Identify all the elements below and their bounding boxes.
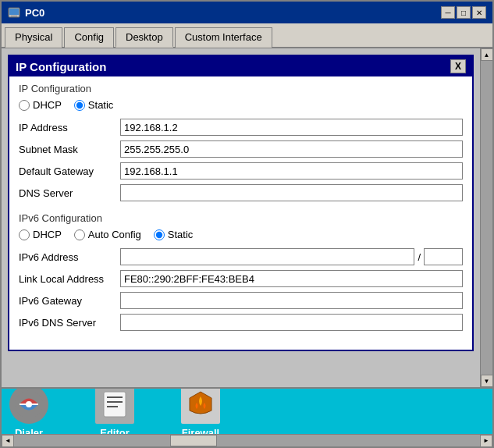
- editor-label: Editor: [100, 424, 130, 435]
- ip-config-box: IP Configuration X IP Configuration DHCP…: [8, 55, 474, 351]
- ipv4-dhcp-label: DHCP: [33, 99, 62, 111]
- subnet-mask-input[interactable]: [120, 140, 463, 158]
- firewall-icon: [181, 387, 220, 424]
- editor-icon: [95, 387, 134, 424]
- ipv6-dns-input[interactable]: [120, 314, 463, 331]
- bottom-item-firewall[interactable]: Firewall: [181, 387, 220, 434]
- firewall-label: Firewall: [182, 424, 219, 435]
- svg-rect-5: [104, 392, 126, 417]
- ip-address-input[interactable]: [120, 119, 463, 136]
- ipv6-gateway-input[interactable]: [120, 292, 463, 309]
- link-local-label: Link Local Address: [19, 273, 120, 285]
- tab-physical[interactable]: Physical: [5, 27, 62, 48]
- dialer-icon: [9, 387, 48, 424]
- ipv6-gateway-row: IPv6 Gateway: [19, 292, 463, 309]
- ipv4-static-label: Static: [88, 99, 114, 111]
- ipv6-static-option[interactable]: Static: [154, 229, 194, 240]
- ip-config-header: IP Configuration X: [9, 56, 472, 76]
- bottom-bar: Dialer Editor Fi: [2, 387, 492, 434]
- default-gateway-label: Default Gateway: [19, 165, 120, 177]
- bottom-item-dialer[interactable]: Dialer: [9, 387, 48, 434]
- maximize-button[interactable]: □: [457, 6, 471, 19]
- ipv6-auto-option[interactable]: Auto Config: [74, 229, 141, 240]
- window: PC0 ─ □ ✕ Physical Config Desktop Custom…: [0, 0, 494, 448]
- content-area: IP Configuration X IP Configuration DHCP…: [2, 48, 492, 387]
- scroll-thumb-horizontal[interactable]: [170, 435, 217, 446]
- bottom-item-editor[interactable]: Editor: [95, 387, 134, 434]
- scroll-up-button[interactable]: ▲: [481, 48, 493, 61]
- svg-rect-6: [107, 396, 123, 398]
- link-local-row: Link Local Address: [19, 270, 463, 287]
- scroll-left-button[interactable]: ◄: [2, 435, 14, 447]
- svg-point-4: [26, 401, 32, 407]
- window-close-button[interactable]: ✕: [472, 6, 486, 19]
- tab-config[interactable]: Config: [64, 27, 114, 48]
- ipv6-address-input-row: /: [120, 248, 463, 265]
- tab-custom-interface[interactable]: Custom Interface: [175, 27, 272, 48]
- svg-rect-8: [107, 406, 118, 407]
- svg-rect-7: [107, 401, 123, 403]
- dialer-label: Dialer: [15, 424, 43, 435]
- ip-address-row: IP Address: [19, 119, 463, 136]
- tab-desktop[interactable]: Desktop: [116, 27, 173, 48]
- horizontal-scrollbar: ◄ ►: [2, 434, 492, 446]
- default-gateway-row: Default Gateway: [19, 162, 463, 180]
- ip-config-body: IP Configuration DHCP Static IP A: [9, 76, 472, 350]
- ipv6-gateway-label: IPv6 Gateway: [19, 295, 120, 307]
- ipv6-auto-label: Auto Config: [88, 229, 141, 240]
- dns-server-label: DNS Server: [19, 187, 120, 199]
- window-icon: [8, 6, 20, 19]
- ipv6-radio-row: DHCP Auto Config Static: [19, 229, 463, 240]
- tab-bar: Physical Config Desktop Custom Interface: [2, 23, 492, 48]
- scroll-track-vertical: [481, 61, 492, 375]
- ip-config-title: IP Configuration: [16, 60, 106, 73]
- dns-server-row: DNS Server: [19, 184, 463, 201]
- ipv6-static-radio[interactable]: [154, 229, 165, 240]
- ipv4-static-radio[interactable]: [74, 100, 85, 111]
- ipv4-dhcp-radio[interactable]: [19, 100, 30, 111]
- main-panel: IP Configuration X IP Configuration DHCP…: [2, 48, 480, 387]
- ipv6-auto-radio[interactable]: [74, 229, 85, 240]
- ipv6-prefix-input[interactable]: [424, 248, 463, 265]
- ipv6-address-label: IPv6 Address: [19, 251, 120, 263]
- ipv6-section-label: IPv6 Configuration: [19, 212, 463, 224]
- ipv6-address-row: IPv6 Address /: [19, 248, 463, 265]
- link-local-input[interactable]: [120, 270, 463, 287]
- ipv4-static-option[interactable]: Static: [74, 99, 114, 111]
- window-title: PC0: [25, 7, 44, 19]
- scroll-down-button[interactable]: ▼: [481, 375, 493, 387]
- ipv6-dhcp-option[interactable]: DHCP: [19, 229, 62, 240]
- ipv4-section-label: IP Configuration: [19, 83, 463, 94]
- ipv6-address-input[interactable]: [120, 248, 414, 265]
- ipv4-radio-row: DHCP Static: [19, 99, 463, 111]
- scroll-right-button[interactable]: ►: [480, 435, 492, 447]
- ipv6-dns-label: IPv6 DNS Server: [19, 317, 120, 329]
- dns-server-input[interactable]: [120, 184, 463, 201]
- svg-rect-2: [11, 16, 17, 16]
- ipv4-dhcp-option[interactable]: DHCP: [19, 99, 62, 111]
- svg-rect-1: [9, 9, 19, 15]
- ipv6-dns-row: IPv6 DNS Server: [19, 314, 463, 331]
- subnet-mask-label: Subnet Mask: [19, 144, 120, 155]
- vertical-scrollbar: ▲ ▼: [480, 48, 492, 387]
- ipv6-dhcp-label: DHCP: [33, 229, 62, 240]
- default-gateway-input[interactable]: [120, 162, 463, 180]
- ip-address-label: IP Address: [19, 122, 120, 133]
- title-bar: PC0 ─ □ ✕: [2, 2, 492, 23]
- ipv6-slash: /: [418, 251, 421, 263]
- ipv6-dhcp-radio[interactable]: [19, 229, 30, 240]
- minimize-button[interactable]: ─: [441, 6, 455, 19]
- title-bar-left: PC0: [8, 6, 44, 19]
- ip-config-close-button[interactable]: X: [450, 59, 466, 73]
- scroll-track-horizontal: [14, 435, 480, 446]
- title-buttons: ─ □ ✕: [441, 6, 486, 19]
- ipv6-static-label: Static: [168, 229, 194, 240]
- subnet-mask-row: Subnet Mask: [19, 140, 463, 158]
